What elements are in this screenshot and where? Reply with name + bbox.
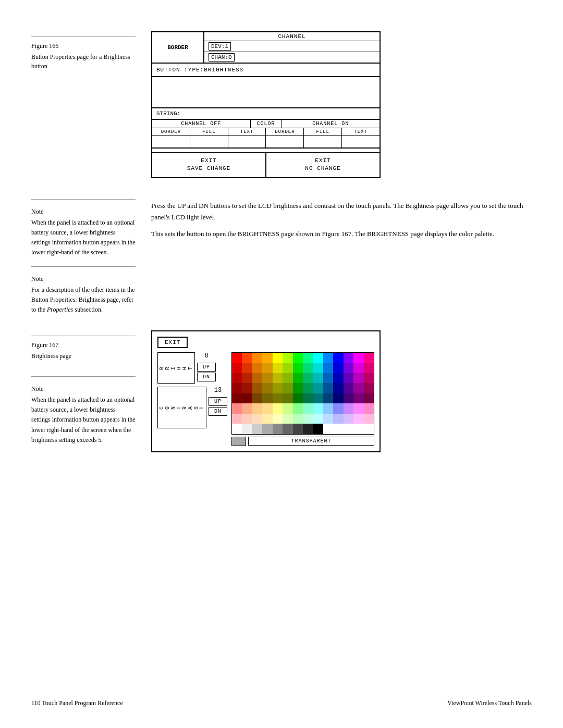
color-cell[interactable]: [283, 403, 292, 413]
bright-exit-btn[interactable]: EXIT: [157, 337, 188, 348]
color-cell[interactable]: [344, 403, 353, 413]
color-cell[interactable]: [344, 353, 353, 363]
color-cell[interactable]: [353, 403, 363, 413]
color-cell[interactable]: [293, 373, 303, 383]
color-cell[interactable]: [313, 383, 323, 393]
color-cell[interactable]: [364, 403, 374, 413]
color-cell[interactable]: [242, 353, 252, 363]
color-cell[interactable]: [293, 414, 303, 424]
color-cell[interactable]: [283, 424, 292, 434]
color-cell[interactable]: [344, 373, 353, 383]
color-cell[interactable]: [364, 383, 374, 393]
color-cell[interactable]: [323, 403, 333, 413]
color-cell[interactable]: [252, 424, 262, 434]
color-cell[interactable]: [232, 403, 242, 413]
color-cell[interactable]: [313, 363, 323, 373]
color-cell[interactable]: [353, 363, 363, 373]
color-cell[interactable]: [252, 353, 262, 363]
color-cell[interactable]: [262, 414, 272, 424]
color-cell[interactable]: [303, 414, 313, 424]
color-cell[interactable]: [364, 414, 374, 424]
color-cell[interactable]: [283, 414, 292, 424]
color-cell[interactable]: [303, 403, 313, 413]
color-cell[interactable]: [232, 424, 242, 434]
color-cell[interactable]: [344, 393, 353, 403]
color-cell[interactable]: [344, 363, 353, 373]
color-cell[interactable]: [283, 353, 292, 363]
color-cell[interactable]: [313, 373, 323, 383]
color-cell[interactable]: [232, 414, 242, 424]
color-cell[interactable]: [252, 383, 262, 393]
color-cell[interactable]: [232, 383, 242, 393]
color-cell[interactable]: [293, 424, 303, 434]
color-cell[interactable]: [323, 393, 333, 403]
color-cell[interactable]: [323, 414, 333, 424]
color-cell[interactable]: [313, 353, 323, 363]
color-cell[interactable]: [242, 383, 252, 393]
color-cell[interactable]: [242, 424, 252, 434]
color-cell[interactable]: [273, 363, 283, 373]
color-cell[interactable]: [313, 403, 323, 413]
color-cell[interactable]: [333, 383, 343, 393]
color-cell[interactable]: [273, 373, 283, 383]
color-cell[interactable]: [273, 403, 283, 413]
color-cell[interactable]: [323, 363, 333, 373]
color-cell[interactable]: [303, 353, 313, 363]
color-cell[interactable]: [232, 373, 242, 383]
color-cell[interactable]: [252, 393, 262, 403]
color-cell[interactable]: [353, 414, 363, 424]
color-cell[interactable]: [273, 414, 283, 424]
color-cell[interactable]: [262, 353, 272, 363]
color-cell[interactable]: [333, 363, 343, 373]
color-cell[interactable]: [293, 403, 303, 413]
color-cell[interactable]: [333, 353, 343, 363]
color-cell[interactable]: [344, 424, 353, 434]
color-cell[interactable]: [283, 383, 292, 393]
color-cell[interactable]: [273, 424, 283, 434]
color-cell[interactable]: [333, 424, 343, 434]
color-cell[interactable]: [333, 403, 343, 413]
bright-up-btn[interactable]: UP: [197, 363, 216, 372]
bp-exit-no-btn[interactable]: EXITNO CHANGE: [266, 153, 380, 177]
color-cell[interactable]: [293, 363, 303, 373]
color-cell[interactable]: [323, 383, 333, 393]
color-cell[interactable]: [232, 393, 242, 403]
contrast-up-btn[interactable]: UP: [209, 397, 227, 406]
color-cell[interactable]: [333, 414, 343, 424]
color-cell[interactable]: [353, 353, 363, 363]
color-cell[interactable]: [353, 393, 363, 403]
color-cell[interactable]: [323, 353, 333, 363]
color-cell[interactable]: [323, 373, 333, 383]
color-cell[interactable]: [293, 353, 303, 363]
color-cell[interactable]: [303, 393, 313, 403]
color-cell[interactable]: [323, 424, 333, 434]
color-cell[interactable]: [252, 403, 262, 413]
color-cell[interactable]: [262, 363, 272, 373]
color-cell[interactable]: [333, 393, 343, 403]
color-cell[interactable]: [242, 403, 252, 413]
color-cell[interactable]: [364, 373, 374, 383]
color-cell[interactable]: [252, 363, 262, 373]
color-cell[interactable]: [344, 414, 353, 424]
color-cell[interactable]: [303, 373, 313, 383]
color-cell[interactable]: [242, 373, 252, 383]
color-cell[interactable]: [364, 424, 374, 434]
color-cell[interactable]: [252, 414, 262, 424]
color-cell[interactable]: [364, 353, 374, 363]
color-cell[interactable]: [303, 424, 313, 434]
color-cell[interactable]: [232, 353, 242, 363]
color-cell[interactable]: [232, 363, 242, 373]
color-cell[interactable]: [313, 424, 323, 434]
color-cell[interactable]: [242, 414, 252, 424]
color-cell[interactable]: [242, 363, 252, 373]
color-cell[interactable]: [283, 373, 292, 383]
color-cell[interactable]: [293, 393, 303, 403]
color-cell[interactable]: [283, 393, 292, 403]
color-cell[interactable]: [353, 383, 363, 393]
color-cell[interactable]: [262, 403, 272, 413]
color-cell[interactable]: [303, 383, 313, 393]
bright-dn-btn[interactable]: DN: [197, 373, 216, 381]
color-cell[interactable]: [273, 353, 283, 363]
color-cell[interactable]: [283, 363, 292, 373]
color-cell[interactable]: [303, 363, 313, 373]
